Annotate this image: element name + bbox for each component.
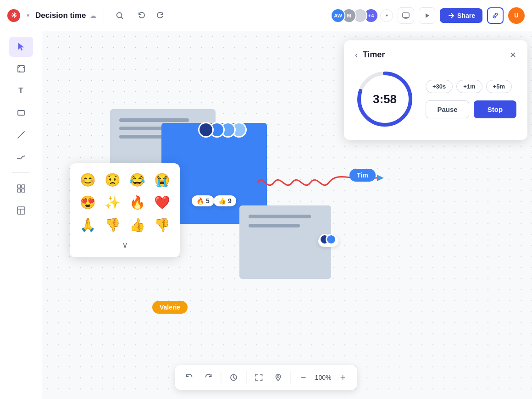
canvas-redo-button[interactable] — [200, 369, 217, 386]
cloud-icon: ☁ — [90, 12, 96, 19]
select-tool[interactable] — [9, 37, 33, 57]
emoji-chevron-down[interactable]: ∨ — [122, 240, 128, 250]
circle-1 — [198, 122, 214, 138]
svg-rect-11 — [18, 111, 24, 115]
zoom-level: 100% — [314, 374, 332, 381]
share-button[interactable]: Share — [440, 8, 482, 23]
dropdown-arrow[interactable]: ▾ — [27, 12, 30, 19]
topbar-right: AW M +4 ▾ Share — [334, 7, 525, 24]
svg-rect-14 — [22, 185, 25, 188]
present-button[interactable] — [398, 7, 414, 24]
add-1m-button[interactable]: +1m — [456, 80, 482, 93]
svg-line-1 — [121, 17, 123, 19]
topbar-divider — [104, 9, 104, 22]
emoji-sparkle[interactable]: ✨ — [102, 193, 123, 212]
collaborator-avatars[interactable]: AW M +4 ▾ — [334, 8, 393, 23]
draw-tool[interactable] — [9, 147, 33, 167]
thumbsup-reaction-badge[interactable]: 👍 9 — [214, 195, 236, 206]
redo-button[interactable] — [152, 7, 168, 24]
avatar-aw: AW — [331, 8, 345, 23]
app-logo[interactable]: ✳ — [7, 9, 20, 22]
emoji-fire[interactable]: 🔥 — [127, 193, 148, 212]
page-title: Decision time — [35, 11, 86, 20]
time-adjusters: +30s +1m +5m — [426, 80, 516, 93]
left-sidebar: T — [0, 31, 42, 399]
frame-tool[interactable] — [9, 59, 33, 79]
svg-point-26 — [277, 376, 279, 377]
thumbsup-count: 9 — [228, 197, 232, 205]
svg-rect-16 — [22, 189, 25, 192]
svg-rect-13 — [17, 185, 21, 188]
emoji-sad[interactable]: 😟 — [102, 171, 123, 189]
timer-close-button[interactable]: ✕ — [510, 50, 516, 60]
layout-tool[interactable] — [9, 200, 33, 221]
svg-rect-2 — [403, 13, 409, 17]
toolbar-divider-2 — [246, 371, 247, 384]
undo-redo-group — [133, 7, 168, 24]
fullscreen-button[interactable] — [250, 369, 268, 386]
zoom-in-button[interactable]: + — [334, 369, 352, 386]
rectangle-tool[interactable] — [9, 103, 33, 123]
line-tool[interactable] — [9, 125, 33, 145]
toolbar-divider-3 — [291, 371, 291, 384]
card-gray-bottom-center[interactable] — [239, 205, 331, 279]
emoji-pray[interactable]: 🙏 — [77, 216, 98, 234]
add-5m-button[interactable]: +5m — [486, 80, 512, 93]
svg-rect-6 — [18, 66, 24, 72]
timer-title: Timer — [363, 50, 385, 60]
emoji-heart-eyes[interactable]: 😍 — [77, 193, 98, 212]
emoji-thumbsup[interactable]: 👍 — [127, 216, 148, 234]
svg-marker-20 — [377, 175, 384, 181]
card-line-1 — [119, 118, 189, 122]
emoji-panel[interactable]: 😊 😟 😂 😭 😍 ✨ 🔥 ❤️ 🙏 👎 👍 👎 ∨ — [70, 163, 180, 257]
svg-line-12 — [18, 132, 24, 138]
btm-center-line-1 — [249, 215, 311, 218]
squiggle-line — [253, 160, 400, 205]
grid-tool[interactable] — [9, 178, 33, 199]
fire-reaction-badge[interactable]: 🔥 5 — [192, 195, 214, 206]
emoji-smile[interactable]: 😊 — [77, 171, 98, 189]
timer-controls: +30s +1m +5m Pause Stop — [426, 80, 516, 118]
title-area[interactable]: Decision time ☁ — [35, 11, 96, 20]
play-button[interactable] — [419, 7, 435, 24]
svg-marker-5 — [426, 13, 429, 18]
zoom-out-button[interactable]: − — [295, 369, 312, 386]
timer-display: 3:58 — [373, 92, 397, 106]
timer-header: ‹ Timer ✕ — [355, 50, 516, 60]
emoji-more[interactable]: ∨ — [77, 240, 172, 250]
svg-line-25 — [234, 378, 235, 379]
history-button[interactable] — [225, 369, 243, 386]
stop-button[interactable]: Stop — [474, 100, 516, 118]
search-button[interactable] — [111, 7, 128, 24]
svg-rect-17 — [17, 207, 25, 214]
location-button[interactable] — [270, 369, 287, 386]
text-tool[interactable]: T — [9, 81, 33, 101]
fire-count: 5 — [206, 197, 210, 205]
stacked-circles — [198, 122, 247, 138]
pause-button[interactable]: Pause — [426, 100, 469, 118]
valerie-cursor-label: Valerie — [152, 301, 188, 314]
timer-circle: 3:58 — [355, 69, 415, 129]
sidebar-divider — [12, 172, 30, 173]
undo-button[interactable] — [133, 7, 150, 24]
bottom-toolbar: − 100% + — [175, 365, 357, 390]
timer-body: 3:58 +30s +1m +5m Pause Stop — [355, 69, 516, 129]
emoji-laugh[interactable]: 😂 — [127, 171, 148, 189]
avatars-dropdown[interactable]: ▾ — [380, 9, 393, 22]
emoji-thumbsdown[interactable]: 👎 — [102, 216, 123, 234]
emoji-grid: 😊 😟 😂 😭 😍 ✨ 🔥 ❤️ 🙏 👎 👍 👎 — [77, 171, 172, 234]
link-button[interactable] — [487, 7, 504, 24]
timer-panel: ‹ Timer ✕ 3:58 +30s +1m +5m Pause S — [344, 40, 527, 140]
emoji-thumbsdown-2[interactable]: 👎 — [151, 216, 172, 234]
topbar: ✳ ▾ Decision time ☁ AW M — [0, 0, 532, 31]
add-30s-button[interactable]: +30s — [426, 80, 453, 93]
canvas-undo-button[interactable] — [181, 369, 198, 386]
user-avatar[interactable]: U — [508, 7, 525, 24]
emoji-heart[interactable]: ❤️ — [151, 193, 172, 212]
emoji-cry[interactable]: 😭 — [151, 171, 172, 189]
thumbsup-emoji: 👍 — [218, 197, 226, 205]
timer-back-button[interactable]: ‹ — [355, 50, 358, 60]
toolbar-divider-1 — [221, 371, 222, 384]
timer-header-left: ‹ Timer — [355, 50, 385, 60]
tim-cursor-label: Tim — [349, 169, 376, 182]
